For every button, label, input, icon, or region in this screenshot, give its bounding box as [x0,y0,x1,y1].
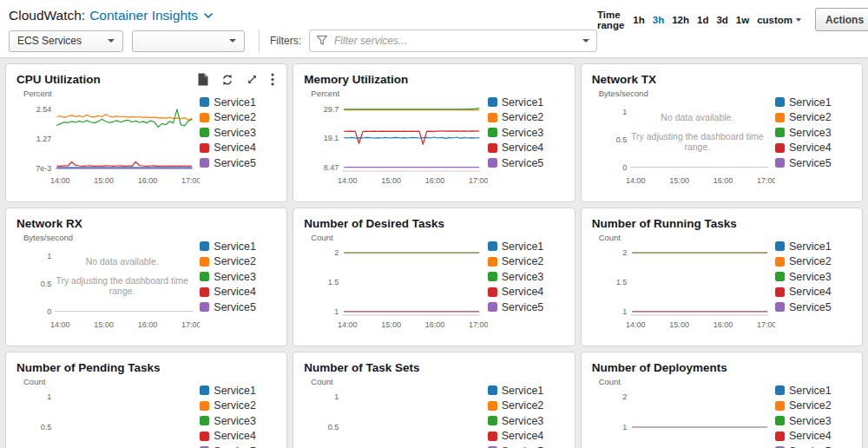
legend-item-service4[interactable]: Service4 [200,429,276,445]
chart-canvas[interactable]: 21.5114:0015:0016:0017:00 [592,244,775,334]
kebab-menu-icon[interactable] [271,73,274,86]
y-axis-unit-label: Count [23,377,200,388]
legend-item-service4[interactable]: Service4 [775,141,852,156]
time-range-option-3d[interactable]: 3d [716,15,727,25]
legend-item-service3[interactable]: Service3 [488,413,564,429]
legend-item-service3[interactable]: Service3 [200,413,276,429]
legend-item-service4[interactable]: Service4 [200,285,276,300]
chart-canvas[interactable]: 2.541.277e-314:0015:0016:0017:00 [16,100,200,190]
legend-item-service3[interactable]: Service3 [775,269,852,285]
legend-item-service2[interactable]: Service2 [200,110,276,126]
legend-item-service1[interactable]: Service1 [775,383,852,399]
svg-text:1.27: 1.27 [36,135,52,143]
chevron-down-icon[interactable] [203,12,214,19]
filters-label: Filters: [270,35,301,47]
legend-item-service3[interactable]: Service3 [200,125,276,141]
legend-swatch [488,158,497,168]
legend-item-service2[interactable]: Service2 [775,110,852,126]
panel-running-tasks: Number of Running Tasks Count 21.5114:00… [581,208,863,346]
time-range-custom[interactable]: custom [757,15,801,25]
chevron-down-icon[interactable] [582,39,589,43]
view-logs-icon[interactable] [197,73,208,86]
legend-item-service2[interactable]: Service2 [200,399,276,414]
chart-canvas[interactable]: 10.5014:0015:0016:0017:00 [304,388,487,448]
legend-item-service5[interactable]: Service5 [488,444,564,448]
legend-item-service3[interactable]: Service3 [488,125,564,141]
legend-item-service5[interactable]: Service5 [200,444,276,448]
legend-swatch [488,257,497,267]
svg-text:17:00: 17:00 [469,176,487,185]
chart-canvas[interactable]: 21.5114:0015:0016:0017:00 [304,244,487,334]
legend-item-service4[interactable]: Service4 [775,285,852,300]
legend-item-service1[interactable]: Service1 [200,95,276,110]
actions-button[interactable]: Actions [815,8,868,31]
legend-label: Service2 [789,255,832,267]
panel-memory-utilization: Memory Utilization Percent 29.719.18.471… [293,63,575,202]
expand-chart-icon[interactable] [247,74,258,85]
refresh-chart-icon[interactable] [221,74,233,86]
legend-item-service4[interactable]: Service4 [200,141,276,156]
chart-canvas[interactable]: 21014:0015:0016:0017:00 [592,388,775,448]
time-range-option-3h[interactable]: 3h [653,15,664,25]
header-right-controls: Time range 1h3h12h1d3d1w custom Actions [597,6,868,31]
filter-services-input[interactable] [309,30,597,52]
legend-item-service1[interactable]: Service1 [200,383,276,399]
legend-item-service4[interactable]: Service4 [488,141,564,156]
legend-item-service1[interactable]: Service1 [775,239,852,254]
legend-item-service5[interactable]: Service5 [775,444,852,448]
legend-item-service5[interactable]: Service5 [200,155,276,171]
chart-canvas[interactable]: 29.719.18.4714:0015:0016:0017:00 [304,100,487,190]
time-range-option-12h[interactable]: 12h [672,15,689,25]
legend-item-service4[interactable]: Service4 [488,285,564,300]
legend-item-service1[interactable]: Service1 [200,239,276,254]
svg-text:14:00: 14:00 [626,320,646,329]
time-range-option-1h[interactable]: 1h [633,15,644,25]
legend-label: Service3 [789,271,832,283]
legend-label: Service2 [502,255,544,267]
svg-text:7e-3: 7e-3 [36,164,51,173]
legend-item-service2[interactable]: Service2 [488,110,564,126]
legend-item-service2[interactable]: Service2 [488,399,564,414]
legend-item-service5[interactable]: Service5 [488,155,564,171]
legend-item-service3[interactable]: Service3 [488,269,564,285]
legend-swatch [200,143,209,153]
legend-item-service2[interactable]: Service2 [775,399,852,414]
legend-swatch [488,113,497,122]
page-title-link[interactable]: Container Insights [89,8,198,23]
legend-label: Service2 [214,111,256,123]
chart-legend: Service1Service2Service3Service4Service5 [200,89,276,200]
svg-text:2: 2 [622,248,627,257]
secondary-select[interactable] [132,30,245,52]
legend-swatch [200,401,209,411]
dashboard-grid: CPU Utilization [0,57,868,448]
legend-swatch [488,401,497,411]
legend-item-service5[interactable]: Service5 [488,300,564,315]
legend-item-service4[interactable]: Service4 [775,429,852,445]
legend-item-service2[interactable]: Service2 [775,254,852,270]
legend-item-service3[interactable]: Service3 [775,125,852,141]
time-range-option-1d[interactable]: 1d [697,15,708,25]
time-range-option-1w[interactable]: 1w [736,15,749,25]
legend-item-service3[interactable]: Service3 [200,269,276,285]
legend-label: Service1 [214,240,256,253]
y-axis-unit-label: Bytes/second [23,233,200,244]
legend-item-service5[interactable]: Service5 [775,155,852,171]
legend-item-service2[interactable]: Service2 [200,254,276,270]
legend-item-service1[interactable]: Service1 [488,95,564,110]
header-left: CloudWatch: Container Insights ECS Servi… [9,6,597,52]
legend-item-service1[interactable]: Service1 [775,95,852,110]
legend-label: Service2 [214,255,256,267]
svg-text:16:00: 16:00 [713,176,733,185]
legend-item-service1[interactable]: Service1 [488,239,564,254]
chart-canvas[interactable]: 10.5014:0015:0016:0017:00 [16,388,200,448]
resource-type-select[interactable]: ECS Services [9,30,123,52]
legend-item-service3[interactable]: Service3 [775,413,852,429]
legend-item-service4[interactable]: Service4 [488,429,564,445]
y-axis-unit-label: Count [311,233,487,244]
legend-item-service5[interactable]: Service5 [200,300,276,315]
svg-text:15:00: 15:00 [669,176,689,185]
legend-item-service2[interactable]: Service2 [488,254,564,270]
legend-item-service1[interactable]: Service1 [488,383,564,399]
legend-item-service5[interactable]: Service5 [775,300,852,315]
legend-label: Service1 [789,240,832,253]
